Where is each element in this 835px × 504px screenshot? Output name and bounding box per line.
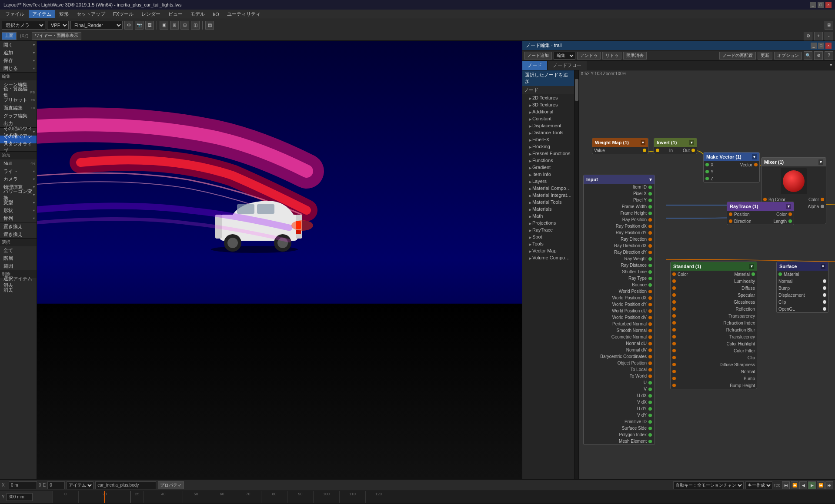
cat-displacement[interactable]: Displacement — [522, 122, 574, 129]
udx-out[interactable] — [648, 394, 652, 398]
cat-volume-components[interactable]: Volume Components — [522, 254, 574, 261]
std-normal-in[interactable] — [672, 370, 676, 373]
node-search-icon[interactable]: 🔍 — [804, 51, 812, 60]
mixer-color-out[interactable] — [821, 198, 824, 201]
sidebar-replace2[interactable]: 置き換え — [0, 230, 37, 238]
frameheight-out[interactable] — [648, 212, 652, 215]
camera-select[interactable]: 選択カメラ — [2, 21, 45, 30]
v-out[interactable] — [648, 388, 652, 391]
menu-io[interactable]: I/O — [209, 11, 223, 18]
cat-additional[interactable]: Additional — [522, 108, 574, 115]
cat-math[interactable]: Math — [522, 212, 574, 219]
meshelem-out[interactable] — [648, 440, 652, 443]
add-node-btn[interactable]: ノード追加 — [524, 52, 552, 60]
close-btn[interactable]: × — [825, 2, 832, 8]
std-gloss-in[interactable] — [672, 300, 676, 304]
worldposdu-out[interactable] — [648, 309, 652, 313]
display-mode-btn[interactable]: ワイヤー・面囲非表示 — [32, 32, 81, 40]
sidebar-range[interactable]: 範囲 — [0, 262, 37, 270]
surfside-out[interactable] — [648, 427, 652, 430]
menu-model[interactable]: モデル — [187, 10, 208, 18]
cat-flocking[interactable]: Flocking — [522, 143, 574, 150]
surf-opengl-out[interactable] — [823, 307, 826, 311]
view-icon7[interactable]: - — [825, 32, 833, 40]
y-value-input[interactable] — [7, 493, 33, 501]
raydist-out[interactable] — [648, 264, 652, 267]
view-settings-icon[interactable]: ⚙ — [804, 32, 812, 40]
settings-icon[interactable]: ⚙ — [124, 21, 133, 30]
cat-fiberfx[interactable]: FiberFX — [522, 136, 574, 143]
cat-3dtextures[interactable]: 3D Textures — [522, 101, 574, 108]
std-bump-in[interactable] — [672, 377, 676, 380]
standard-node[interactable]: Standard (1) ▾ Color Material Luminosity — [670, 262, 757, 389]
node-panel-minimize[interactable]: _ — [811, 43, 817, 49]
sidebar-save[interactable]: 保存▾ — [0, 56, 37, 64]
sidebar-delete-selected[interactable]: 選択アイテム消去 — [0, 278, 37, 286]
worldposdy-out[interactable] — [648, 303, 652, 306]
mvec-z-in[interactable] — [705, 177, 709, 180]
normdu-out[interactable] — [648, 342, 652, 345]
menu-view[interactable]: ビュー — [165, 10, 186, 18]
menu-render[interactable]: レンダー — [138, 10, 164, 18]
raytrace-color-out[interactable] — [788, 212, 792, 216]
render-icon[interactable]: 🖼 — [145, 21, 154, 30]
std-diffsharp-in[interactable] — [672, 363, 676, 366]
node-help-icon[interactable]: ? — [825, 51, 833, 60]
mixer-bgcolor-in[interactable] — [763, 198, 767, 201]
monitor-icon[interactable]: 🖥 — [825, 21, 833, 30]
cat-material-integrators[interactable]: Material Integrators — [522, 192, 574, 199]
view-icon3[interactable]: ⊟ — [180, 21, 189, 30]
surf-clip-out[interactable] — [823, 300, 826, 304]
std-spec-in[interactable] — [672, 293, 676, 297]
raytrace-length-out[interactable] — [788, 219, 792, 223]
tab-collapse-btn[interactable]: ▾ — [827, 61, 835, 70]
mvec-vec-out[interactable] — [754, 163, 758, 166]
window-controls[interactable]: _ □ × — [810, 2, 832, 8]
node-spacing-btn[interactable]: ノードの再配置 — [719, 52, 756, 60]
worldposdx-out[interactable] — [648, 296, 652, 300]
std-refrblur-in[interactable] — [672, 328, 676, 332]
camera-icon[interactable]: 📷 — [135, 21, 144, 30]
sidebar-powergon[interactable]: パワーゴン変換▾ — [0, 191, 37, 199]
surf-bump-out[interactable] — [823, 286, 826, 290]
sidebar-shape[interactable]: 形状▾ — [0, 206, 37, 214]
worldposdv-out[interactable] — [648, 316, 652, 319]
cat-layers[interactable]: Layers — [522, 178, 574, 185]
std-lum-in[interactable] — [672, 279, 676, 283]
menu-file[interactable]: ファイル — [2, 10, 28, 18]
framewidth-out[interactable] — [648, 205, 652, 209]
weight-map-node[interactable]: Weight Map (1) ▾ Value — [592, 138, 648, 154]
goto-end-btn[interactable]: ⏭ — [825, 481, 833, 489]
node-list-scrollbar-thumb[interactable] — [575, 79, 578, 101]
vpr-select[interactable]: VPR — [47, 21, 69, 30]
item-value-input[interactable] — [95, 481, 156, 489]
pixelx-out[interactable] — [648, 192, 652, 196]
cat-functions[interactable]: Functions — [522, 157, 574, 164]
play-btn[interactable]: ▶ — [808, 481, 816, 489]
node-canvas[interactable]: X:52 Y:103 Zoom:100% — [579, 70, 835, 479]
std-bumpheight-in[interactable] — [672, 384, 676, 387]
sidebar-hierarchy[interactable]: 階層 — [0, 254, 37, 262]
make-vector-node[interactable]: Make Vector (1) ▾ X Vector Y — [703, 152, 760, 182]
value-out-port[interactable] — [643, 149, 646, 152]
cat-fresnel[interactable]: Fresnel Functions — [522, 150, 574, 157]
view-icon1[interactable]: ▣ — [160, 21, 168, 30]
std-color-in[interactable] — [672, 272, 676, 276]
mvec-y-in[interactable] — [705, 170, 709, 173]
cat-material-tools[interactable]: Material Tools — [522, 199, 574, 206]
pixely-out[interactable] — [648, 199, 652, 202]
mvec-x-in[interactable] — [705, 163, 709, 166]
minimize-btn[interactable]: _ — [810, 2, 816, 8]
edit-select[interactable]: 編集 — [554, 52, 575, 60]
view-icon4[interactable]: ◫ — [191, 21, 200, 30]
raytrace-dir-in[interactable] — [729, 219, 732, 223]
sidebar-graph-edit[interactable]: グラフ編集 — [0, 112, 37, 119]
sidebar-all[interactable]: 全て — [0, 246, 37, 254]
surface-node[interactable]: Surface ▾ Material Normal Bump — [776, 262, 828, 313]
x-value-input[interactable] — [9, 481, 37, 489]
maximize-btn[interactable]: □ — [818, 2, 824, 8]
cat-materials[interactable]: Materials — [522, 206, 574, 212]
rayweight-out[interactable] — [648, 257, 652, 261]
smoothnorm-out[interactable] — [648, 329, 652, 332]
bounce-out[interactable] — [648, 283, 652, 287]
